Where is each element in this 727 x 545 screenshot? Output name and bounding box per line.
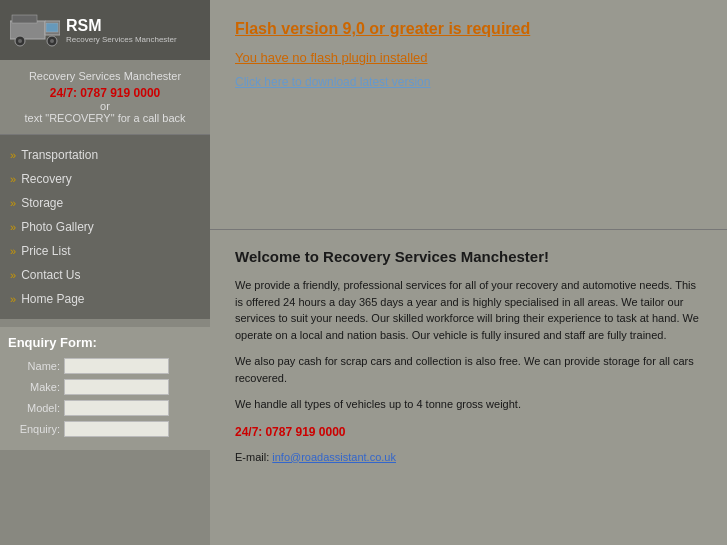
sidebar-item-recovery[interactable]: » Recovery <box>0 167 210 191</box>
form-input-model[interactable] <box>64 400 169 416</box>
nav-arrow-contact-us: » <box>10 269 16 281</box>
nav-menu: » Transportation » Recovery » Storage » … <box>0 135 210 319</box>
nav-arrow-price-list: » <box>10 245 16 257</box>
enquiry-form-title: Enquiry Form: <box>8 335 202 350</box>
form-row-model: Model: <box>8 400 202 416</box>
sidebar-phone-number: 0787 919 0000 <box>80 86 160 100</box>
nav-arrow-home-page: » <box>10 293 16 305</box>
welcome-title: Welcome to Recovery Services Manchester! <box>235 248 702 265</box>
form-label-name: Name: <box>8 360 60 372</box>
sidebar: RSM Recovery Services Manchester Recover… <box>0 0 210 545</box>
form-row-name: Name: <box>8 358 202 374</box>
logo-rsm: RSM <box>66 16 177 35</box>
form-row-make: Make: <box>8 379 202 395</box>
welcome-paragraph-3: We handle all types of vehicles up to 4 … <box>235 396 702 413</box>
welcome-phone-label: 24/7: <box>235 425 262 439</box>
welcome-paragraph-2: We also pay cash for scrap cars and coll… <box>235 353 702 386</box>
flash-subtitle: You have no flash plugin installed <box>235 50 702 65</box>
welcome-email-line: E-mail: info@roadassistant.co.uk <box>235 451 702 463</box>
form-label-model: Model: <box>8 402 60 414</box>
form-input-make[interactable] <box>64 379 169 395</box>
svg-point-5 <box>50 39 54 43</box>
welcome-phone-number: 0787 919 0000 <box>265 425 345 439</box>
form-input-enquiry[interactable] <box>64 421 169 437</box>
nav-arrow-storage: » <box>10 197 16 209</box>
sidebar-item-photo-gallery-label: Photo Gallery <box>21 220 94 234</box>
logo-area: RSM Recovery Services Manchester <box>0 0 210 60</box>
sidebar-item-home-page-label: Home Page <box>21 292 84 306</box>
logo-text-block: RSM Recovery Services Manchester <box>66 16 177 45</box>
company-name: Recovery Services Manchester <box>8 70 202 82</box>
logo-icon <box>10 13 60 48</box>
nav-arrow-transportation: » <box>10 149 16 161</box>
email-prefix: E-mail: <box>235 451 269 463</box>
nav-arrow-recovery: » <box>10 173 16 185</box>
sidebar-item-price-list-label: Price List <box>21 244 70 258</box>
enquiry-form: Enquiry Form: Name: Make: Model: Enquiry… <box>0 327 210 450</box>
nav-arrow-photo-gallery: » <box>10 221 16 233</box>
or-text: or <box>8 100 202 112</box>
sidebar-item-recovery-label: Recovery <box>21 172 72 186</box>
form-row-enquiry: Enquiry: <box>8 421 202 437</box>
sidebar-item-contact-us[interactable]: » Contact Us <box>0 263 210 287</box>
sidebar-item-price-list[interactable]: » Price List <box>0 239 210 263</box>
form-label-make: Make: <box>8 381 60 393</box>
email-link[interactable]: info@roadassistant.co.uk <box>272 451 396 463</box>
sidebar-item-storage[interactable]: » Storage <box>0 191 210 215</box>
welcome-phone: 24/7: 0787 919 0000 <box>235 423 702 441</box>
logo-subtitle: Recovery Services Manchester <box>66 35 177 45</box>
sidebar-item-photo-gallery[interactable]: » Photo Gallery <box>0 215 210 239</box>
company-info: Recovery Services Manchester 24/7: 0787 … <box>0 60 210 135</box>
sidebar-item-transportation-label: Transportation <box>21 148 98 162</box>
sidebar-item-home-page[interactable]: » Home Page <box>0 287 210 311</box>
flash-download-link[interactable]: Click here to download latest version <box>235 75 430 89</box>
callback-text: text "RECOVERY" for a call back <box>8 112 202 124</box>
sidebar-item-contact-us-label: Contact Us <box>21 268 80 282</box>
svg-rect-0 <box>10 21 45 39</box>
welcome-area: Welcome to Recovery Services Manchester!… <box>210 230 727 545</box>
flash-area: Flash version 9,0 or greater is required… <box>210 0 727 230</box>
form-label-enquiry: Enquiry: <box>8 423 60 435</box>
form-input-name[interactable] <box>64 358 169 374</box>
flash-title: Flash version 9,0 or greater is required <box>235 20 702 38</box>
welcome-paragraph-1: We provide a friendly, professional serv… <box>235 277 702 343</box>
svg-rect-6 <box>46 23 58 32</box>
svg-rect-7 <box>12 15 37 23</box>
main-content: Flash version 9,0 or greater is required… <box>210 0 727 545</box>
sidebar-item-storage-label: Storage <box>21 196 63 210</box>
sidebar-item-transportation[interactable]: » Transportation <box>0 143 210 167</box>
svg-point-3 <box>18 39 22 43</box>
sidebar-phone-label: 24/7: <box>50 86 77 100</box>
